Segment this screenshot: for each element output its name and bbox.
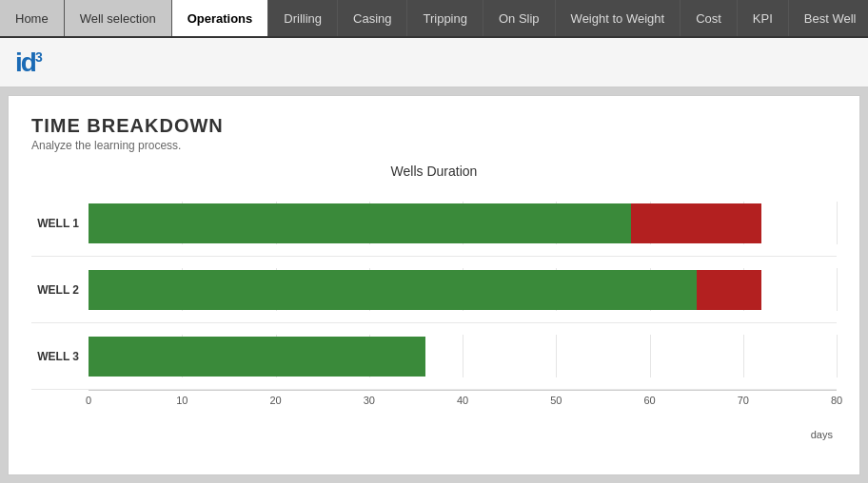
bar-green xyxy=(89,203,631,243)
logo-bar: id3 xyxy=(0,38,868,87)
chart-row: WELL 1 xyxy=(31,190,837,257)
chart-rows: WELL 1WELL 2WELL 3 xyxy=(31,190,837,390)
grid-line xyxy=(837,202,838,244)
tab-well-selection[interactable]: Well selection xyxy=(65,0,172,36)
tab-drilling[interactable]: Drilling xyxy=(268,0,338,36)
tab-casing[interactable]: Casing xyxy=(338,0,407,36)
x-tick: 30 xyxy=(364,395,375,406)
content-area: TIME BREAKDOWN Analyze the learning proc… xyxy=(8,95,860,475)
x-tick: 80 xyxy=(831,395,842,406)
bar-red xyxy=(631,203,762,243)
days-label: days xyxy=(31,429,837,440)
grid-line xyxy=(837,268,838,311)
x-tick: 0 xyxy=(86,395,91,406)
tab-operations[interactable]: Operations xyxy=(172,0,269,36)
x-tick: 50 xyxy=(550,395,562,406)
bar-red xyxy=(697,270,762,310)
bar-area xyxy=(89,268,837,311)
x-axis: 01020304050607080 xyxy=(89,395,837,414)
bar-area xyxy=(89,202,837,244)
chart-inner: WELL 1WELL 2WELL 3 01020304050607080 day… xyxy=(31,190,837,440)
section-title: TIME BREAKDOWN xyxy=(31,115,837,137)
y-axis-label: WELL 1 xyxy=(31,217,89,230)
tab-weight-to-weight[interactable]: Weight to Weight xyxy=(556,0,681,36)
tab-on-slip[interactable]: On Slip xyxy=(483,0,556,36)
tab-bar: HomeWell selectionOperationsDrillingCasi… xyxy=(0,0,868,38)
tab-kpi[interactable]: KPI xyxy=(738,0,789,36)
y-axis-label: WELL 3 xyxy=(31,350,89,363)
chart-title: Wells Duration xyxy=(31,164,837,179)
app-logo: id3 xyxy=(15,48,41,78)
tab-home[interactable]: Home xyxy=(0,0,65,36)
tab-best-well[interactable]: Best Well xyxy=(789,0,868,36)
x-tick: 60 xyxy=(643,395,655,406)
tab-tripping[interactable]: Tripping xyxy=(407,0,483,36)
bar-area xyxy=(89,335,837,377)
bar-green xyxy=(89,270,697,310)
section-subtitle: Analyze the learning process. xyxy=(31,139,837,152)
bars-wrapper xyxy=(89,337,837,377)
grid-line xyxy=(837,335,838,377)
y-axis-label: WELL 2 xyxy=(31,283,89,297)
x-tick: 70 xyxy=(738,395,749,406)
bars-wrapper xyxy=(89,203,837,243)
chart-container: Wells Duration WELL 1WELL 2WELL 3 010203… xyxy=(31,164,837,440)
x-tick: 40 xyxy=(457,395,468,406)
x-tick: 10 xyxy=(176,395,187,406)
x-tick: 20 xyxy=(269,395,281,406)
x-axis-line xyxy=(89,390,837,391)
bars-wrapper xyxy=(89,270,837,310)
chart-row: WELL 2 xyxy=(31,257,837,323)
bar-green xyxy=(89,337,425,377)
tab-cost[interactable]: Cost xyxy=(681,0,738,36)
chart-row: WELL 3 xyxy=(31,323,837,390)
